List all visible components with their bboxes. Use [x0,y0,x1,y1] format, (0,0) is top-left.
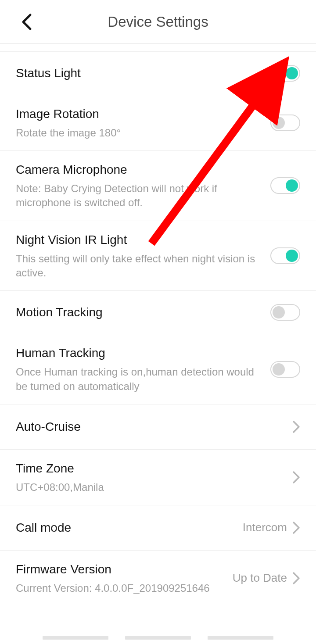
row-value: Up to Date [233,571,287,585]
chevron-right-icon [292,471,300,484]
row-camera-microphone: Camera Microphone Note: Baby Crying Dete… [0,151,316,221]
row-title: Call mode [16,519,234,536]
row-subtitle: Rotate the image 180° [16,126,262,140]
toggle-night-vision[interactable] [270,247,300,264]
row-title: Auto-Cruise [16,419,284,435]
toggle-human-tracking[interactable] [270,361,300,378]
chevron-right-icon [292,420,300,433]
row-status-light: Status Light [0,52,316,95]
row-subtitle: Note: Baby Crying Detection will not wor… [16,182,262,210]
row-title: Time Zone [16,460,284,477]
settings-list: Status Light Image Rotation Rotate the i… [0,52,316,606]
row-time-zone[interactable]: Time Zone UTC+08:00,Manila [0,450,316,505]
toggle-camera-microphone[interactable] [270,177,300,194]
nav-bar-placeholder [0,636,316,644]
header-bar: Device Settings [0,0,316,44]
row-motion-tracking: Motion Tracking [0,291,316,334]
row-title: Status Light [16,65,262,82]
row-title: Image Rotation [16,106,262,122]
row-title: Camera Microphone [16,161,262,178]
row-image-rotation: Image Rotation Rotate the image 180° [0,95,316,151]
row-subtitle: UTC+08:00,Manila [16,480,284,494]
row-firmware-version[interactable]: Firmware Version Current Version: 4.0.0.… [0,551,316,606]
chevron-right-icon [292,521,300,534]
row-subtitle: This setting will only take effect when … [16,252,262,280]
row-subtitle: Current Version: 4.0.0.0F_201909251646 [16,581,224,595]
row-title: Motion Tracking [16,304,262,321]
row-human-tracking: Human Tracking Once Human tracking is on… [0,334,316,404]
row-night-vision: Night Vision IR Light This setting will … [0,221,316,291]
row-title: Night Vision IR Light [16,232,262,248]
chevron-left-icon [21,13,32,31]
back-button[interactable] [18,13,35,31]
toggle-motion-tracking[interactable] [270,304,300,321]
row-title: Human Tracking [16,345,262,361]
row-title: Firmware Version [16,561,224,578]
row-call-mode[interactable]: Call mode Intercom [0,505,316,551]
row-subtitle: Once Human tracking is on,human detectio… [16,365,262,394]
toggle-image-rotation[interactable] [270,114,300,131]
toggle-status-light[interactable] [270,65,300,82]
section-spacer [0,44,316,52]
chevron-right-icon [292,572,300,585]
page-title: Device Settings [0,14,316,30]
row-value: Intercom [243,521,287,534]
row-auto-cruise[interactable]: Auto-Cruise [0,404,316,450]
